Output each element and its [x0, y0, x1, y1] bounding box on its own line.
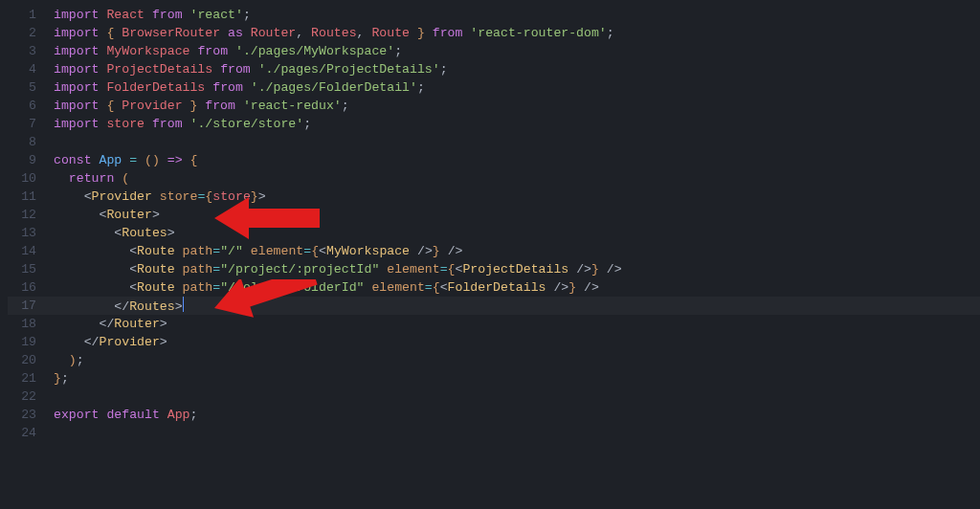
- line-number: 3: [0, 42, 36, 60]
- line-number: 12: [0, 206, 36, 224]
- line-number-gutter: 123456789101112131415161718192021222324: [0, 6, 44, 509]
- line-number: 18: [0, 315, 36, 333]
- code-line: </Routes>: [54, 297, 980, 315]
- line-number: 8: [0, 133, 36, 151]
- code-line: );: [54, 351, 980, 369]
- code-line: import store from './store/store';: [54, 115, 980, 133]
- code-line: <Router>: [54, 206, 980, 224]
- code-line: export default App;: [54, 406, 980, 424]
- line-number: 19: [0, 333, 36, 351]
- line-number: 21: [0, 369, 36, 387]
- code-line: import FolderDetails from './pages/Folde…: [54, 78, 980, 97]
- line-number: 10: [0, 169, 36, 188]
- code-line: [54, 424, 980, 442]
- code-line: };: [54, 369, 980, 387]
- code-line: const App = () => {: [54, 151, 980, 169]
- line-number: 14: [0, 242, 36, 260]
- code-line: import React from 'react';: [54, 6, 980, 24]
- code-line: import { BrowserRouter as Router, Routes…: [54, 24, 980, 42]
- code-line: <Provider store={store}>: [54, 188, 980, 206]
- code-line: import { Provider } from 'react-redux';: [54, 97, 980, 115]
- line-number: 9: [0, 151, 36, 169]
- line-highlight: [8, 297, 980, 315]
- code-line: </Provider>: [54, 333, 980, 351]
- code-line: <Routes>: [54, 224, 980, 242]
- code-line: <Route path="/project/:projectId" elemen…: [54, 260, 980, 278]
- code-line: <Route path="/folder/:folderId" element=…: [54, 278, 980, 297]
- code-line: import ProjectDetails from './pages/Proj…: [54, 60, 980, 78]
- line-number: 1: [0, 6, 36, 24]
- code-area[interactable]: import React from 'react'; import { Brow…: [44, 6, 980, 509]
- code-line: </Router>: [54, 315, 980, 333]
- code-line: <Route path="/" element={<MyWorkspace />…: [54, 242, 980, 260]
- code-line: [54, 387, 980, 406]
- line-number: 16: [0, 278, 36, 297]
- line-number: 24: [0, 424, 36, 442]
- code-line: import MyWorkspace from './pages/MyWorks…: [54, 42, 980, 60]
- line-number: 11: [0, 188, 36, 206]
- line-number: 23: [0, 406, 36, 424]
- line-number: 6: [0, 97, 36, 115]
- line-number: 5: [0, 78, 36, 97]
- line-number: 15: [0, 260, 36, 278]
- code-line: return (: [54, 169, 980, 188]
- line-number: 7: [0, 115, 36, 133]
- line-number: 22: [0, 387, 36, 406]
- line-number: 2: [0, 24, 36, 42]
- line-number: 4: [0, 60, 36, 78]
- line-number: 13: [0, 224, 36, 242]
- code-editor[interactable]: 123456789101112131415161718192021222324 …: [0, 0, 980, 509]
- line-number: 20: [0, 351, 36, 369]
- code-line: [54, 133, 980, 151]
